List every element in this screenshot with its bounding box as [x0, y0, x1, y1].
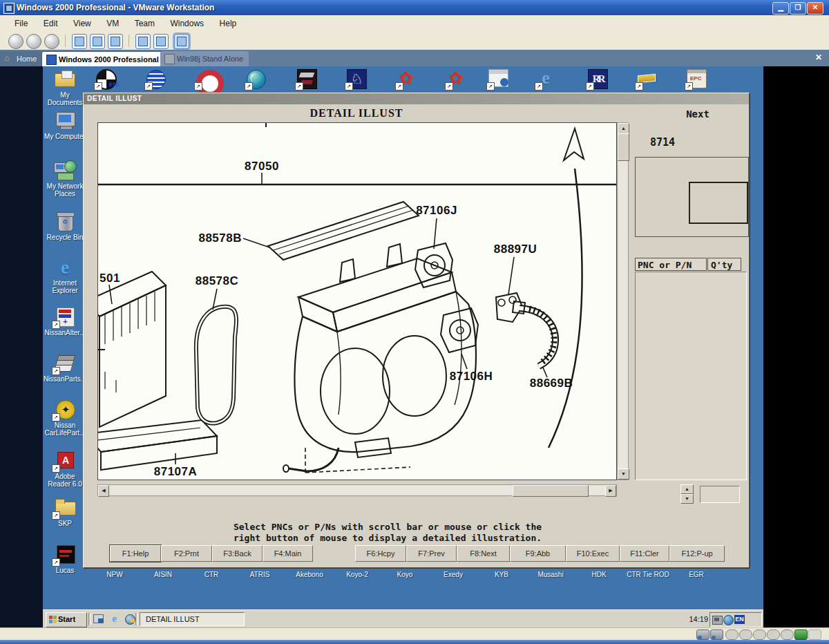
shortcut-chevrolet[interactable]: ↗	[636, 68, 657, 89]
hard-disk-icon[interactable]	[696, 629, 709, 640]
tab-win98j[interactable]: Win98j Stand Alone	[160, 51, 249, 66]
maximize-button[interactable]: ❐	[790, 2, 806, 15]
tab-home[interactable]: ⌂ Home	[0, 51, 42, 66]
menu-help[interactable]: Help	[213, 15, 243, 32]
desktop-icon-my-network-places[interactable]: My Network Places	[43, 160, 87, 198]
overview-map[interactable]	[635, 157, 749, 237]
minimize-button[interactable]: ▁	[772, 2, 789, 15]
shortcut-peugeot[interactable]: ♘ ↗	[346, 68, 367, 89]
shortcut-globe[interactable]: ↗	[246, 68, 267, 89]
desktop-label-aisin[interactable]: AISIN	[154, 571, 172, 578]
usb-device-4-icon[interactable]	[781, 629, 794, 640]
part-label-88897U[interactable]: 88897U	[494, 243, 537, 256]
desktop-label-atris[interactable]: ATRIS	[250, 571, 270, 578]
menu-vm[interactable]: VM	[100, 15, 125, 32]
horizontal-scroll-thumb[interactable]	[513, 485, 589, 497]
scroll-right-icon[interactable]: ▶	[605, 485, 616, 497]
shortcut-bmw-etk[interactable]: ETC ↗	[95, 68, 116, 89]
desktop-icon-recycle-bin[interactable]: ♻ Recycle Bin	[43, 211, 87, 241]
quantity-field[interactable]	[700, 486, 740, 503]
desktop-icon-internet-explorer[interactable]: e Internet Explorer	[43, 257, 87, 294]
menu-file[interactable]: File	[8, 15, 34, 32]
part-label-87106J[interactable]: 87106J	[416, 204, 457, 217]
desktop-label-koyo[interactable]: Koyo	[397, 571, 413, 578]
usb-device-1-icon[interactable]	[739, 629, 752, 640]
vertical-scroll-thumb[interactable]	[618, 133, 629, 161]
desktop-icon-nissan-alter[interactable]: + ↗ NissanAlter...	[43, 307, 87, 337]
desktop-icon-skp[interactable]: ↗ SKP	[43, 498, 87, 527]
overview-viewport-rect[interactable]	[689, 182, 748, 224]
revert-icon[interactable]	[90, 34, 105, 49]
desktop-label-kyb[interactable]: KYB	[495, 571, 508, 578]
part-label-87050[interactable]: 87050	[245, 160, 279, 173]
f11-clear-button[interactable]: F11:Cler	[620, 545, 669, 562]
console-view-icon[interactable]	[174, 34, 189, 49]
spin-down-icon[interactable]: ▼	[680, 494, 694, 504]
part-label-501[interactable]: 501	[99, 272, 120, 285]
desktop-label-ctr[interactable]: CTR	[204, 571, 219, 578]
language-indicator[interactable]: EN	[734, 615, 745, 624]
tray-device-icon[interactable]	[712, 616, 723, 625]
power-off-icon[interactable]	[8, 34, 23, 49]
snapshot-icon[interactable]	[72, 34, 87, 49]
usb-device-2-icon[interactable]	[753, 629, 766, 640]
shortcut-flower-2[interactable]: ✿ ↗	[446, 68, 467, 89]
f9-abb-button[interactable]: F9:Abb	[510, 545, 566, 562]
desktop-label-akebono[interactable]: Akebono	[296, 571, 323, 578]
desktop-icon-nissan-parts[interactable]: ↗ NissanParts...	[43, 353, 87, 383]
show-desktop-icon[interactable]	[93, 614, 104, 625]
shortcut-document-app[interactable]: ↗	[488, 68, 508, 89]
next-label[interactable]: Next	[675, 108, 721, 120]
part-label-88669B[interactable]: 88669B	[530, 377, 573, 390]
epc-titlebar[interactable]: DETAIL ILLUST	[84, 93, 749, 104]
pnc-list[interactable]	[635, 272, 747, 480]
scroll-down-icon[interactable]: ▼	[618, 468, 629, 480]
f1-help-button[interactable]: F1:Help	[110, 545, 161, 562]
ie-quicklaunch-icon[interactable]: e	[108, 614, 120, 625]
f4-main-button[interactable]: F4:Main	[263, 545, 313, 562]
tab-windows-2000[interactable]: Windows 2000 Professional	[41, 51, 165, 67]
desktop-icon-adobe-reader[interactable]: A ↗ Adobe Reader 6.0	[43, 451, 87, 488]
shortcut-red-ring[interactable]: ↗	[196, 68, 216, 89]
close-button[interactable]: ✕	[807, 2, 823, 15]
desktop-label-koyo2[interactable]: Koyo-2	[346, 571, 368, 578]
media-quicklaunch-icon[interactable]	[124, 614, 136, 625]
desktop-label-egr[interactable]: EGR	[689, 571, 704, 578]
illustration-canvas[interactable]: 87050 88578B 88578C 501 87106J 88897U 87…	[97, 122, 617, 480]
scroll-left-icon[interactable]: ◀	[98, 485, 109, 497]
desktop-icon-my-computer[interactable]: My Computer	[43, 111, 87, 140]
f12-pageup-button[interactable]: F12:P-up	[669, 545, 725, 562]
f2-print-button[interactable]: F2:Prnt	[161, 545, 212, 562]
tray-network-icon[interactable]	[723, 615, 734, 625]
quick-switch-icon[interactable]	[153, 34, 169, 49]
suspend-icon[interactable]	[26, 34, 41, 49]
f7-prev-button[interactable]: F7:Prev	[406, 545, 457, 562]
start-button[interactable]: Start	[46, 612, 87, 627]
f3-back-button[interactable]: F3:Back	[212, 545, 263, 562]
power-on-icon[interactable]	[44, 34, 59, 49]
cdrom-icon[interactable]	[710, 629, 723, 640]
shortcut-flower-1[interactable]: ✿ ↗	[397, 68, 417, 89]
network-adapter-icon[interactable]	[794, 629, 808, 640]
menu-edit[interactable]: Edit	[37, 15, 64, 32]
desktop-label-musashi[interactable]: Musashi	[537, 571, 563, 578]
shortcut-ie[interactable]: e ↗	[536, 68, 557, 89]
message-log-icon[interactable]	[808, 629, 821, 640]
menu-windows[interactable]: Windows	[164, 15, 210, 32]
shortcut-epc[interactable]: EPC ↗	[686, 68, 707, 89]
desktop-label-hdk[interactable]: HDK	[591, 571, 606, 578]
desktop-icon-my-documents[interactable]: My Documents	[43, 69, 87, 106]
desktop-label-exedy[interactable]: Exedy	[444, 571, 463, 578]
desktop-label-npw[interactable]: NPW	[106, 571, 122, 578]
shortcut-dark-app[interactable]: ↗	[296, 68, 317, 89]
tab-close-icon[interactable]: ✕	[815, 53, 822, 62]
desktop-label-ctr-tie-rod[interactable]: CTR Tie ROD	[627, 571, 669, 578]
part-label-88578B[interactable]: 88578B	[198, 231, 242, 245]
part-label-87107A[interactable]: 87107A	[154, 465, 198, 478]
part-label-87106H[interactable]: 87106H	[450, 370, 493, 383]
horizontal-scrollbar[interactable]: ◀ ▶	[97, 484, 617, 496]
desktop-icon-lucas[interactable]: ↗ Lucas	[43, 544, 87, 574]
spin-up-icon[interactable]: ▲	[680, 484, 694, 494]
floppy-icon[interactable]	[725, 629, 739, 640]
part-label-88578C[interactable]: 88578C	[196, 274, 239, 287]
